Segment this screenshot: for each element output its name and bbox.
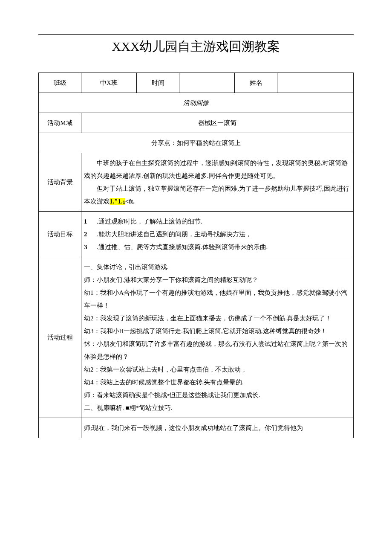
goal-num: 2 [84, 228, 97, 241]
section-label: 活动回修 [39, 93, 354, 113]
background-label: 活动背景 [39, 153, 81, 212]
process-line: 幼3：我和小H一起挑战了滚筒行走.我们爬上滚筒,它就开始滚动,这种缚觉真的很奇妙… [84, 325, 351, 337]
area-label: 活动M域 [39, 113, 81, 133]
lesson-plan-table: 班级 中X班 时间 姓名 活动回修 活动M域 器械区一滚简 分享点：如何平稳的站… [38, 73, 354, 438]
background-row: 活动背景 中班的孩子在自主探究滚筒的过程中，逐渐感知到滚筒的特性，发现滚筒的奥秘… [39, 153, 354, 212]
page-title: XXX幼儿园自主游戏回溯教案 [38, 38, 354, 55]
process-line: 二、视康嘛析. ■栩*简站立技巧. [84, 401, 351, 414]
process-label: 活动过程 [39, 257, 81, 418]
goal-item: 2.能坊大胆地讲述自己遇到的间朋，主动寻找解决方法， [84, 228, 351, 241]
footer-row: 师;现在，我们来石一段视频，这位小朋友成功地站在了滚筒上。你们觉得他为 [39, 418, 354, 438]
goal-num: 3 [84, 241, 97, 253]
footer-content: 师;现在，我们来石一段视频，这位小朋友成功地站在了滚筒上。你们觉得他为 [81, 418, 354, 438]
process-line: 幼2：我第一次尝试站上去时，心里有点击伯，不太敢动， [84, 363, 351, 376]
goal-item: 3.通过推、怙、爬等方式直接感知滚简.体验到滚筒带来的乐曲. [84, 241, 351, 253]
process-line: 怵：小朋友们和滚简玩了许多丰富有趣的游戏，那么,有没有人尝试过站在滚简上呢？第一… [84, 337, 351, 363]
header-row: 班级 中X班 时间 姓名 [39, 73, 354, 93]
class-label: 班级 [39, 73, 81, 93]
share-point: 分享点：如何平稳的站在滚筒上 [39, 133, 354, 153]
goal-text: .通过观察时比，了解站上滚筒的细节. [97, 215, 202, 228]
background-content: 中班的孩子在自主探究滚筒的过程中，逐渐感知到滚筒的特性，发现滚筒的奥秘,对滚筒游… [81, 153, 354, 212]
name-label: 姓名 [235, 73, 277, 93]
goal-num: 1 [84, 215, 97, 228]
process-line: 幼2：我发现了滚筒的新玩法，坐在上面猫来播去，仿佛成了一个不倒筋.真是太好玩了！ [84, 312, 351, 325]
process-line: 幼1：我和小A合作玩了一个有趣的推演地游戏，他娘在里面，我负贡推他，感觉就像驾驶… [84, 286, 351, 312]
background-p2-post: <ft. [125, 198, 135, 205]
time-label: 时间 [137, 73, 179, 93]
area-row: 活动M域 器械区一滚简 [39, 113, 354, 133]
process-line: 幼4：我站上去的时候感觉整个世界都在转,头有点晕晕的. [84, 376, 351, 389]
background-p2: 但对于站上滚筒，独立掌握滚简还存在一定的困难,为了进一步然助幼儿掌握技巧,因此进… [84, 182, 351, 208]
goals-row: 活动目标 1.通过观察时比，了解站上滚筒的细节. 2.能坊大胆地讲述自己遇到的间… [39, 212, 354, 257]
goal-item: 1.通过观察时比，了解站上滚筒的细节. [84, 215, 351, 228]
goals-content: 1.通过观察时比，了解站上滚筒的细节. 2.能坊大胆地讲述自己遇到的间朋，主动寻… [81, 212, 354, 257]
top-rule [38, 34, 354, 35]
background-p1: 中班的孩子在自主探究滚筒的过程中，逐渐感知到滚筒的特性，发现滚筒的奥秘,对滚筒游… [84, 157, 351, 182]
goals-label: 活动目标 [39, 212, 81, 257]
process-line: 师：看来站滚筒确实是个挑战•但正是这些挑战让我们更加成长. [84, 389, 351, 401]
area-value: 器械区一滚简 [81, 113, 354, 133]
goal-text: .通过推、怙、爬等方式直接感知滚简.体验到滚筒带来的乐曲. [97, 241, 268, 253]
goal-text: .能坊大胆地讲述自己遇到的间朋，主动寻找解决方法， [97, 228, 252, 241]
footer-label-col [39, 418, 81, 438]
time-value [179, 73, 235, 93]
process-content: 一、集体讨论，引出滚筒游戏. 师：小朋友们.港和大家分享一下你和滚筒之间的精彩互… [81, 257, 354, 418]
name-value [277, 73, 354, 93]
background-highlight: 1."1.₁ [110, 198, 125, 205]
footer-line: 师;现在，我们来石一段视频，这位小朋友成功地站在了滚筒上。你们觉得他为 [84, 421, 351, 434]
goals-list: 1.通过观察时比，了解站上滚筒的细节. 2.能坊大胆地讲述自己遇到的间朋，主动寻… [84, 215, 351, 253]
share-point-row: 分享点：如何平稳的站在滚筒上 [39, 133, 354, 153]
class-value: 中X班 [81, 73, 137, 93]
process-line: 师：小朋友们.港和大家分享一下你和滚筒之间的精彩互动呢？ [84, 273, 351, 286]
section-row: 活动回修 [39, 93, 354, 113]
process-line: 一、集体讨论，引出滚筒游戏. [84, 261, 351, 273]
process-row: 活动过程 一、集体讨论，引出滚筒游戏. 师：小朋友们.港和大家分享一下你和滚筒之… [39, 257, 354, 418]
